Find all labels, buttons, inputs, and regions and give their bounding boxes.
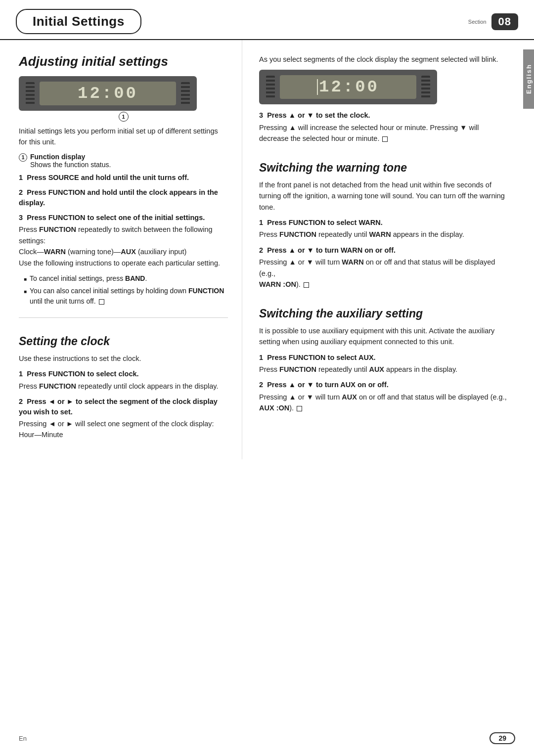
page-title: Initial Settings xyxy=(16,9,141,34)
callout-circle: 1 xyxy=(19,153,27,162)
blink-cursor xyxy=(317,79,318,95)
step-3: 3 Press FUNCTION to select one of the in… xyxy=(19,213,228,307)
bullet-list: ■ To cancel initial settings, press BAND… xyxy=(24,273,228,307)
callout-text: Function display Shows the function stat… xyxy=(30,153,111,169)
note-square-4 xyxy=(297,406,302,411)
callout-item: 1 Function display Shows the function st… xyxy=(19,153,228,169)
warn-step-1-body: Press FUNCTION repeatedly until WARN app… xyxy=(259,229,509,240)
step-3-heading: 3 Press FUNCTION to select one of the in… xyxy=(19,213,228,222)
left-column: Adjusting initial settings 12:00 1 Initi… xyxy=(0,40,242,459)
step-2-heading: 2 Press FUNCTION and hold until the cloc… xyxy=(19,187,228,208)
footer-lang: En xyxy=(19,735,27,742)
page-footer: En 29 xyxy=(0,732,534,744)
section-badge: 08 xyxy=(491,13,518,30)
grid-bars-left xyxy=(26,82,35,105)
language-bar: English xyxy=(523,49,534,109)
section-area: Section 08 xyxy=(468,13,518,30)
note-square xyxy=(99,299,104,305)
step-2: 2 Press FUNCTION and hold until the cloc… xyxy=(19,187,228,208)
bullet-1-text: To cancel initial settings, press BAND. xyxy=(30,273,147,284)
aux-step-2-body: Pressing ▲ or ▼ will turn AUX on or off … xyxy=(259,392,509,414)
section-label: Section xyxy=(468,19,487,25)
warning-tone-intro: If the front panel is not detached from … xyxy=(259,179,509,213)
warn-step-2-body: Pressing ▲ or ▼ will turn WARN on or off… xyxy=(259,257,509,290)
bullet-2: ■ You can also cancel initial settings b… xyxy=(24,286,228,307)
page-number: 29 xyxy=(490,732,515,744)
clock-step-1-body: Press FUNCTION repeatedly until clock ap… xyxy=(19,381,228,392)
blink-intro: As you select segments of the clock disp… xyxy=(259,54,509,65)
bullet-icon-2: ■ xyxy=(24,288,27,295)
clock-step-3: 3 Press ▲ or ▼ to set the clock. Pressin… xyxy=(259,110,509,144)
setting-clock-intro: Use these instructions to set the clock. xyxy=(19,353,228,364)
warn-step-2-heading: 2 Press ▲ or ▼ to turn WARN on or off. xyxy=(259,245,509,255)
right-display-unit: 12:00 xyxy=(259,70,437,104)
display-time-left: 12:00 xyxy=(78,84,138,103)
aux-step-2-heading: 2 Press ▲ or ▼ to turn AUX on or off. xyxy=(259,380,509,390)
step-1: 1 Press SOURCE and hold until the unit t… xyxy=(19,173,228,182)
warn-step-1-heading: 1 Press FUNCTION to select WARN. xyxy=(259,218,509,227)
clock-step-1-heading: 1 Press FUNCTION to select clock. xyxy=(19,369,228,379)
main-content: Adjusting initial settings 12:00 1 Initi… xyxy=(0,40,534,459)
function-display-label: Function display xyxy=(30,153,85,161)
aux-step-1-heading: 1 Press FUNCTION to select AUX. xyxy=(259,353,509,362)
warning-tone-title: Switching the warning tone xyxy=(259,161,509,175)
right-grid-bars-left xyxy=(266,76,275,98)
clock-step-3-body: Pressing ▲ will increase the selected ho… xyxy=(259,122,509,144)
bullet-2-text: You can also cancel initial settings by … xyxy=(30,286,228,307)
display-unit: 12:00 xyxy=(19,76,197,111)
right-display-screen: 12:00 xyxy=(280,75,416,99)
warn-step-2: 2 Press ▲ or ▼ to turn WARN on or off. P… xyxy=(259,245,509,290)
aux-step-1-body: Press FUNCTION repeatedly until AUX appe… xyxy=(259,364,509,375)
aux-title: Switching the auxiliary setting xyxy=(259,307,509,320)
display-screen: 12:00 xyxy=(40,82,176,105)
right-display-wrapper: 12:00 xyxy=(259,70,509,104)
clock-step-2-body: Pressing ◄ or ► will select one segment … xyxy=(19,418,228,441)
function-display-desc: Shows the function status. xyxy=(30,161,111,169)
note-square-3 xyxy=(304,282,309,288)
callout-1: 1 xyxy=(119,112,129,122)
clock-step-3-heading: 3 Press ▲ or ▼ to set the clock. xyxy=(259,110,509,120)
right-display-time: 12:00 xyxy=(319,78,379,96)
intro-text: Initial settings lets you perform initia… xyxy=(19,126,228,148)
right-grid-bars-right xyxy=(421,76,430,98)
page-header: Initial Settings Section 08 xyxy=(0,0,534,40)
aux-step-1: 1 Press FUNCTION to select AUX. Press FU… xyxy=(259,353,509,375)
display-wrapper: 12:00 1 xyxy=(19,76,228,111)
note-square-2 xyxy=(382,136,388,142)
col-divider xyxy=(19,317,228,318)
step-3-body: Press FUNCTION repeatedly to switch betw… xyxy=(19,224,228,268)
step-1-heading: 1 Press SOURCE and hold until the unit t… xyxy=(19,173,228,182)
step-1-text: Press SOURCE and hold until the unit tur… xyxy=(27,174,189,181)
clock-step-2: 2 Press ◄ or ► to select the segment of … xyxy=(19,397,228,441)
bullet-1: ■ To cancel initial settings, press BAND… xyxy=(24,273,228,284)
grid-bars-right xyxy=(181,82,190,105)
warn-step-1: 1 Press FUNCTION to select WARN. Press F… xyxy=(259,218,509,240)
right-column: As you select segments of the clock disp… xyxy=(242,40,534,459)
setting-clock-title: Setting the clock xyxy=(19,335,228,348)
bullet-icon-1: ■ xyxy=(24,275,27,283)
aux-intro: It is possible to use auxiliary equipmen… xyxy=(259,325,509,348)
adjusting-title: Adjusting initial settings xyxy=(19,54,228,69)
aux-step-2: 2 Press ▲ or ▼ to turn AUX on or off. Pr… xyxy=(259,380,509,413)
clock-step-1: 1 Press FUNCTION to select clock. Press … xyxy=(19,369,228,392)
clock-step-2-heading: 2 Press ◄ or ► to select the segment of … xyxy=(19,397,228,417)
